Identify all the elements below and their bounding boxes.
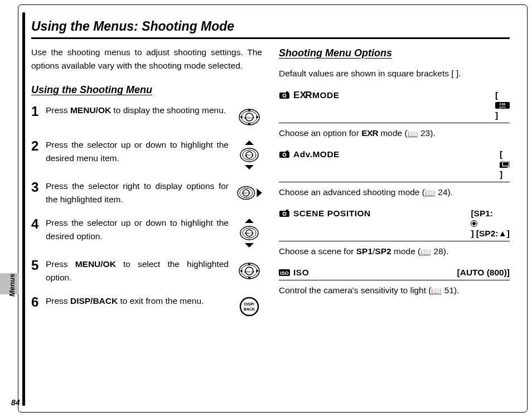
svg-point-4 [240, 116, 243, 118]
svg-point-7 [248, 123, 250, 125]
right-subheading: Shooting Menu Options [279, 46, 510, 61]
step-number: 1 [31, 104, 41, 118]
svg-text:MENU OK: MENU OK [244, 116, 255, 119]
selector-center-icon: MENU OK [236, 258, 262, 282]
svg-marker-19 [245, 219, 254, 223]
svg-marker-8 [245, 140, 254, 145]
step-number: 3 [31, 180, 41, 194]
option-scene-position-body: Choose a scene for SP1/SP2 mode (📖 28). [279, 245, 510, 258]
svg-rect-39 [286, 91, 288, 93]
svg-point-6 [248, 109, 250, 111]
vertical-rule [22, 12, 25, 406]
svg-text:AUTO: AUTO [499, 106, 505, 109]
option-iso-header: ISO ISO [AUTO (800)] [279, 266, 510, 280]
camera-icon [279, 151, 290, 158]
svg-point-54 [472, 222, 476, 225]
svg-text:MENU OK: MENU OK [244, 270, 255, 273]
right-intro: Default values are shown in square brack… [279, 67, 510, 80]
svg-text:MENU OK: MENU OK [241, 192, 250, 195]
svg-marker-13 [245, 165, 254, 169]
step-number: 6 [31, 294, 41, 309]
step-6: 6 Press DISP/BACK to exit from the menu.… [31, 294, 262, 317]
option-iso-body: Control the camera's sensitivity to ligh… [279, 284, 510, 297]
camera-icon [279, 91, 290, 99]
page-number: 84 [11, 398, 20, 407]
step-text: Press DISP/BACK to exit from the menu. [46, 294, 232, 308]
camera-icon [279, 210, 290, 217]
step-number: 2 [31, 138, 41, 153]
selector-right-icon: MENU OK [236, 180, 262, 204]
step-2: 2 Press the selector up or down to highl… [31, 138, 262, 169]
side-tab: Menus [0, 273, 19, 294]
svg-point-33 [240, 298, 258, 316]
disp-back-icon: DISP/ BACK [236, 294, 262, 317]
svg-point-31 [248, 263, 250, 265]
option-scene-position-header: SCENE POSITION [SP1:] [SP2:▲] [279, 207, 510, 241]
right-column: Shooting Menu Options Default values are… [279, 46, 510, 395]
option-exr-mode-body: Choose an option for EXR mode (📖 23). [279, 127, 510, 140]
svg-text:DISP/: DISP/ [244, 302, 254, 306]
svg-rect-53 [286, 210, 288, 211]
svg-text:BACK: BACK [244, 307, 255, 311]
option-exr-mode-header: EXR MODE [EXRAUTO] [279, 88, 510, 123]
svg-point-30 [256, 270, 258, 272]
iso-icon: ISO [279, 269, 290, 277]
selector-updown-icon: MENU OK [236, 216, 262, 248]
step-text: Press the selector right to display opti… [46, 180, 232, 206]
svg-text:MENU OK: MENU OK [245, 154, 254, 157]
svg-point-32 [248, 277, 250, 279]
svg-marker-18 [257, 188, 262, 197]
step-text: Press the selector up or down to highlig… [46, 138, 232, 165]
step-4: 4 Press the selector up or down to highl… [31, 216, 262, 248]
svg-point-5 [256, 116, 258, 118]
step-1: 1 Press MENU/OK to display the shooting … [31, 104, 262, 128]
option-adv-mode-body: Choose an advanced shooting mode (📖 24). [279, 186, 510, 199]
svg-point-29 [240, 270, 243, 272]
step-text: Press MENU/OK to display the shooting me… [46, 104, 232, 117]
svg-point-52 [283, 213, 286, 215]
side-tab-label: Menus [8, 274, 16, 297]
left-subheading: Using the Shooting Menu [31, 83, 262, 98]
content-area: Use the shooting menus to adjust shootin… [31, 46, 510, 395]
svg-text:MENU OK: MENU OK [245, 232, 254, 235]
step-text: Press MENU/OK to select the highlighted … [46, 258, 232, 284]
step-number: 5 [31, 258, 41, 272]
selector-updown-icon: MENU OK [236, 138, 262, 169]
svg-point-38 [283, 94, 286, 96]
option-adv-mode-header: Adv. MODE [] [279, 148, 510, 182]
left-column: Use the shooting menus to adjust shootin… [31, 46, 264, 395]
step-text: Press the selector up or down to highlig… [46, 216, 232, 243]
step-5: 5 Press MENU/OK to select the highlighte… [31, 258, 262, 284]
svg-text:ISO: ISO [280, 270, 289, 276]
step-3: 3 Press the selector right to display op… [31, 180, 262, 206]
svg-point-45 [283, 153, 286, 156]
intro-text: Use the shooting menus to adjust shootin… [31, 46, 262, 72]
page-title: Using the Menus: Shooting Mode [31, 19, 510, 39]
svg-rect-46 [286, 151, 288, 152]
svg-rect-49 [503, 162, 509, 166]
selector-center-icon: MENU OK [236, 104, 262, 128]
step-number: 4 [31, 216, 41, 231]
svg-marker-24 [245, 243, 254, 248]
